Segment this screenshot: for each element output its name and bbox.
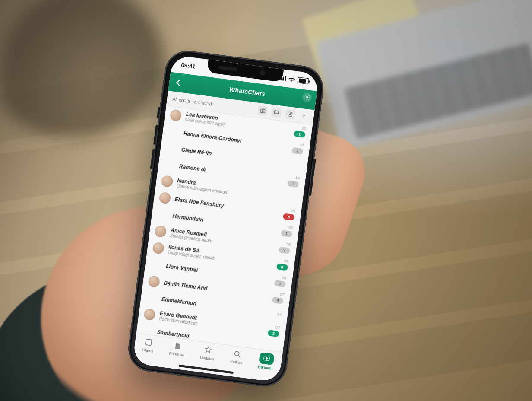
tab-label: Updates (200, 355, 215, 361)
camera-icon (260, 107, 266, 114)
arrow-up-icon (301, 113, 307, 120)
chat-time: 08 (282, 275, 287, 280)
tab-phrensia[interactable]: Phrensia (169, 341, 186, 357)
chat-time: 10 (299, 143, 304, 147)
chat-meta: 095 (283, 207, 295, 220)
compose-button[interactable] (285, 109, 295, 120)
back-icon[interactable] (173, 77, 184, 88)
chat-time: 09 (291, 209, 295, 213)
chat-meta: 074 (272, 291, 285, 304)
svg-point-0 (306, 96, 308, 98)
tab-search[interactable]: Search (230, 348, 244, 365)
compose-icon (287, 111, 294, 118)
chat-meta: 072 (267, 324, 280, 337)
chat-meta: 07 (277, 312, 282, 317)
unread-badge: 2 (291, 147, 304, 155)
unread-badge: 3 (276, 263, 288, 271)
tab-icon (202, 345, 215, 356)
chat-time: 07 (280, 292, 285, 297)
tab-status[interactable]: Status (142, 337, 155, 353)
unread-badge: 3 (287, 180, 299, 188)
unread-badge: 4 (272, 297, 284, 304)
chat-meta: 091 (281, 224, 293, 237)
tab-icon (231, 349, 244, 360)
unread-badge: 1 (274, 280, 286, 287)
chat-meta: 101 (294, 125, 306, 138)
chat-meta: 083 (276, 258, 289, 271)
status-time: 09:41 (181, 61, 196, 70)
svg-point-7 (266, 357, 267, 359)
chat-time: 10 (295, 175, 300, 180)
tab-icon (142, 337, 155, 348)
chat-list[interactable]: Lea InversenCiao come stai oggi?101Hanna… (136, 105, 313, 355)
tab-updates[interactable]: Updates (200, 344, 216, 361)
battery-icon (297, 77, 309, 84)
unread-badge: 2 (279, 247, 291, 254)
tab-icon (258, 352, 274, 365)
unread-badge: 1 (281, 230, 293, 237)
chat-meta: 082 (279, 241, 291, 254)
chat-bubble-icon (273, 109, 280, 116)
avatar (148, 275, 160, 287)
unread-badge: 5 (283, 213, 295, 220)
svg-rect-4 (146, 339, 152, 346)
svg-rect-1 (260, 109, 265, 113)
tab-icon (171, 341, 184, 351)
scene-photo: 09:41 WhatsChats (0, 0, 532, 401)
chat-time: 09 (288, 225, 293, 230)
avatar (170, 109, 182, 121)
chat-time: 08 (284, 259, 289, 264)
wifi-icon (288, 76, 296, 83)
svg-rect-3 (288, 112, 292, 116)
chat-meta: 103 (287, 175, 300, 188)
tab-label: Bennant (258, 365, 273, 371)
tab-label: Status (142, 347, 154, 353)
avatar (154, 225, 167, 237)
chat-time: 07 (276, 325, 280, 330)
filter-button[interactable] (271, 107, 282, 118)
chat-time: 07 (277, 312, 282, 317)
camera-button[interactable] (257, 105, 268, 116)
gear-icon (304, 94, 310, 101)
avatar (143, 308, 156, 321)
tab-label: Phrensia (169, 351, 185, 358)
phone-screen: 09:41 WhatsChats (132, 55, 319, 382)
more-button[interactable] (298, 111, 309, 121)
avatar (161, 175, 174, 188)
unread-badge: 2 (267, 330, 279, 337)
chat-meta: 081 (274, 274, 287, 287)
avatar (152, 242, 165, 254)
unread-badge: 1 (294, 130, 306, 138)
svg-point-2 (262, 110, 263, 112)
tab-bennant[interactable]: Bennant (258, 352, 275, 371)
avatar (159, 191, 171, 204)
chat-time: 10 (301, 126, 306, 130)
chat-meta: 102 (291, 142, 304, 155)
tab-label: Search (230, 359, 243, 365)
chat-time: 08 (286, 242, 291, 247)
